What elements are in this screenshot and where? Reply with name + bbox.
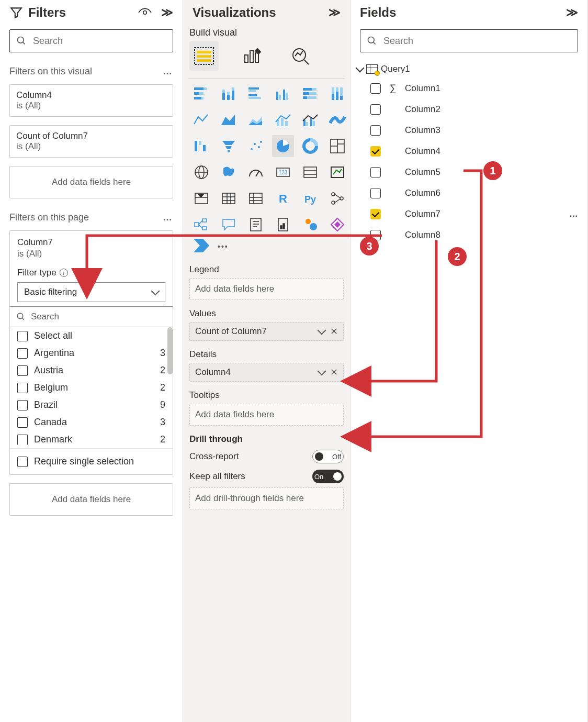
field-column7[interactable]: Column7 … (356, 204, 582, 225)
viz-pie-icon[interactable] (272, 135, 294, 157)
scrollbar-thumb[interactable] (167, 327, 173, 374)
svg-rect-31 (279, 95, 281, 100)
viz-stacked-column-icon[interactable] (218, 83, 240, 105)
info-icon[interactable]: i (60, 269, 68, 277)
build-tab-analytics[interactable] (286, 41, 315, 71)
visual-filters-dropzone[interactable]: Add data fields here (9, 166, 173, 198)
field-column4[interactable]: Column4 (356, 141, 582, 162)
viz-more-icon[interactable]: ••• (218, 242, 229, 251)
filter-card-column4[interactable]: Column4 is (All) (9, 84, 173, 117)
viz-key-influencers-icon[interactable] (326, 187, 348, 209)
viz-slicer-icon[interactable] (190, 187, 212, 209)
svg-rect-9 (245, 55, 248, 62)
details-well-item[interactable]: Column4 ✕ (189, 363, 344, 382)
viz-r-icon[interactable]: R (272, 187, 294, 209)
drillthrough-well[interactable]: Add drill-through fields here (189, 487, 344, 509)
viz-python-icon[interactable]: Py (299, 187, 321, 209)
svg-rect-32 (283, 90, 285, 100)
keep-filters-toggle[interactable]: On (312, 470, 344, 483)
collapse-fields-icon[interactable]: ≫ (566, 6, 578, 19)
collapse-viz-icon[interactable]: ≫ (329, 6, 341, 19)
svg-rect-54 (310, 118, 312, 126)
viz-line-clustered-column-icon[interactable] (299, 109, 321, 131)
viz-line-icon[interactable] (190, 109, 212, 131)
viz-arcgis-icon[interactable] (299, 214, 321, 236)
legend-label: Legend (183, 257, 350, 277)
filter-value-canada[interactable]: Canada 3 (10, 414, 173, 431)
viz-line-stacked-column-icon[interactable] (272, 109, 294, 131)
viz-decomposition-icon[interactable] (190, 214, 212, 236)
filters-search[interactable] (9, 29, 173, 52)
viz-qna-icon[interactable] (218, 214, 240, 236)
viz-clustered-bar-icon[interactable] (245, 83, 267, 105)
remove-icon[interactable]: ✕ (330, 366, 338, 378)
viz-area-icon[interactable] (218, 109, 240, 131)
build-tab-format[interactable] (238, 41, 267, 71)
viz-card-icon[interactable]: 123 (272, 161, 294, 183)
viz-multirow-card-icon[interactable] (299, 161, 321, 183)
filter-value-argentina[interactable]: Argentina 3 (10, 345, 173, 362)
require-single-selection[interactable]: Require single selection (10, 448, 173, 474)
values-well-item[interactable]: Count of Column7 ✕ (189, 322, 344, 341)
viz-100-stacked-column-icon[interactable] (326, 83, 348, 105)
page-filters-dropzone[interactable]: Add data fields here (9, 483, 173, 516)
viz-treemap-icon[interactable] (326, 135, 348, 157)
viz-map-icon[interactable] (190, 161, 212, 183)
viz-kpi-icon[interactable] (326, 161, 348, 183)
fields-search-input[interactable] (382, 35, 571, 47)
field-more-icon[interactable]: … (569, 209, 579, 219)
viz-ribbon-icon[interactable] (326, 109, 348, 131)
visual-filters-more-icon[interactable]: … (163, 66, 173, 77)
field-column5[interactable]: Column5 (356, 162, 582, 183)
viz-filled-map-icon[interactable] (218, 161, 240, 183)
filter-value-brazil[interactable]: Brazil 9 (10, 396, 173, 414)
field-column8[interactable]: Column8 (356, 225, 582, 246)
viz-funnel-icon[interactable] (218, 135, 240, 157)
fields-title: Fields (360, 5, 396, 20)
field-column1[interactable]: ∑Column1 (356, 77, 582, 99)
filters-header: Filters ≫ (0, 0, 183, 25)
viz-100-stacked-bar-icon[interactable] (299, 83, 321, 105)
viz-narrative-icon[interactable] (245, 214, 267, 236)
viz-clustered-column-icon[interactable] (272, 83, 294, 105)
build-tab-fields[interactable] (189, 41, 219, 71)
viz-waterfall-icon[interactable] (190, 135, 212, 157)
chevron-down-icon[interactable] (318, 326, 326, 335)
collapse-filters-icon[interactable]: ≫ (161, 6, 173, 19)
filters-search-input[interactable] (32, 35, 166, 47)
svg-rect-27 (248, 90, 256, 92)
viz-donut-icon[interactable] (299, 135, 321, 157)
field-column6[interactable]: Column6 (356, 183, 582, 204)
page-filters-more-icon[interactable]: … (163, 212, 173, 223)
viz-stacked-bar-icon[interactable] (190, 83, 212, 105)
eye-icon[interactable] (138, 8, 152, 17)
svg-rect-22 (227, 95, 230, 100)
svg-line-4 (22, 318, 24, 320)
filter-value-denmark[interactable]: Denmark 2 (10, 431, 173, 448)
filter-card-count-column7[interactable]: Count of Column7 is (All) (9, 125, 173, 158)
field-column3[interactable]: Column3 (356, 120, 582, 141)
viz-scatter-icon[interactable] (245, 135, 267, 157)
viz-matrix-icon[interactable] (245, 187, 267, 209)
legend-well[interactable]: Add data fields here (189, 278, 344, 300)
viz-powerautomate-icon[interactable] (193, 238, 210, 255)
filter-values-search[interactable]: Search (10, 306, 173, 327)
fields-search[interactable] (360, 29, 578, 52)
remove-icon[interactable]: ✕ (330, 326, 338, 337)
viz-paginated-icon[interactable] (272, 214, 294, 236)
filter-value-select-all[interactable]: Select all (10, 327, 173, 345)
viz-table-icon[interactable] (218, 187, 240, 209)
table-query1[interactable]: Query1 (356, 61, 582, 77)
filter-value-belgium[interactable]: Belgium 2 (10, 379, 173, 396)
viz-gauge-icon[interactable] (245, 161, 267, 183)
svg-rect-19 (201, 97, 203, 99)
chevron-down-icon[interactable] (318, 367, 326, 376)
filter-type-select[interactable]: Basic filtering (17, 282, 165, 302)
cross-report-toggle[interactable]: Off (312, 450, 344, 463)
viz-powerapps-icon[interactable] (326, 214, 348, 236)
viz-stacked-area-icon[interactable] (245, 109, 267, 131)
svg-point-65 (260, 141, 262, 143)
tooltips-well[interactable]: Add data fields here (189, 404, 344, 426)
filter-value-austria[interactable]: Austria 2 (10, 362, 173, 379)
field-column2[interactable]: Column2 (356, 99, 582, 120)
